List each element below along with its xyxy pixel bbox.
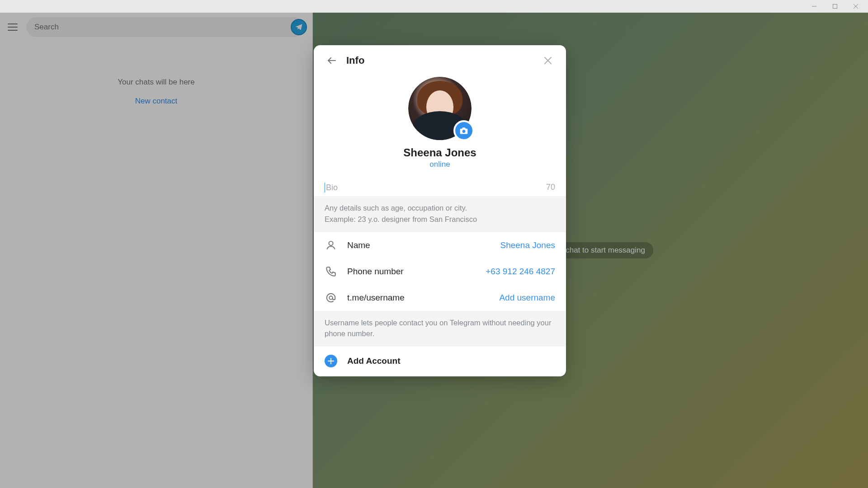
name-label: Name [347, 240, 491, 250]
username-row[interactable]: t.me/username Add username [314, 285, 566, 311]
plus-icon [325, 355, 337, 367]
profile-status: online [429, 160, 450, 169]
empty-chats-text: Your chats will be here [118, 78, 194, 87]
search-input[interactable] [34, 23, 296, 32]
text-cursor [325, 183, 325, 192]
svg-point-10 [462, 130, 466, 133]
window-close-button[interactable] [845, 0, 866, 13]
menu-button[interactable] [5, 20, 20, 34]
back-button[interactable] [323, 52, 341, 70]
window-minimize-button[interactable] [804, 0, 825, 13]
username-value: Add username [499, 293, 555, 303]
profile-block: Sheena Jones online [314, 75, 566, 175]
bio-hint-line: Example: 23 y.o. designer from San Franc… [325, 214, 555, 225]
phone-icon [325, 266, 337, 277]
bio-placeholder: Bio [326, 183, 338, 192]
modal-header: Info [314, 45, 566, 75]
svg-point-12 [329, 296, 333, 300]
bio-hint-line: Any details such as age, occupation or c… [325, 202, 555, 214]
phone-label: Phone number [347, 267, 476, 277]
bio-section[interactable]: Bio 70 [314, 175, 566, 196]
new-contact-link[interactable]: New contact [135, 97, 178, 106]
bio-input[interactable]: Bio [325, 183, 555, 192]
username-hint-text: Username lets people contact you on Tele… [325, 317, 555, 340]
window-maximize-button[interactable] [825, 0, 845, 13]
username-label: t.me/username [347, 293, 489, 303]
add-account-label: Add Account [347, 356, 401, 366]
modal-title: Info [346, 55, 539, 66]
bio-hint: Any details such as age, occupation or c… [314, 196, 566, 232]
telegram-icon[interactable] [291, 19, 307, 35]
info-modal: Info Sheena Jones online [314, 45, 566, 376]
phone-value: +63 912 246 4827 [486, 267, 555, 277]
name-row[interactable]: Name Sheena Jones [314, 232, 566, 258]
sidebar-body: Your chats will be here New contact [0, 42, 312, 488]
bio-char-count: 70 [546, 183, 555, 192]
sidebar-header [0, 13, 312, 42]
phone-row[interactable]: Phone number +63 912 246 4827 [314, 258, 566, 285]
svg-rect-1 [833, 5, 837, 9]
svg-point-11 [329, 241, 333, 245]
profile-name: Sheena Jones [403, 146, 476, 159]
sidebar: Your chats will be here New contact [0, 13, 313, 488]
search-field-wrap[interactable] [26, 17, 304, 37]
camera-icon[interactable] [453, 120, 474, 141]
name-value: Sheena Jones [500, 240, 556, 250]
close-button[interactable] [539, 52, 557, 70]
at-icon [325, 292, 337, 304]
add-account-row[interactable]: Add Account [314, 347, 566, 376]
username-hint: Username lets people contact you on Tele… [314, 311, 566, 347]
app-container: Your chats will be here New contact Sele… [0, 13, 868, 488]
window-titlebar [0, 0, 868, 13]
avatar-wrap[interactable] [408, 77, 472, 140]
user-icon [325, 239, 337, 251]
